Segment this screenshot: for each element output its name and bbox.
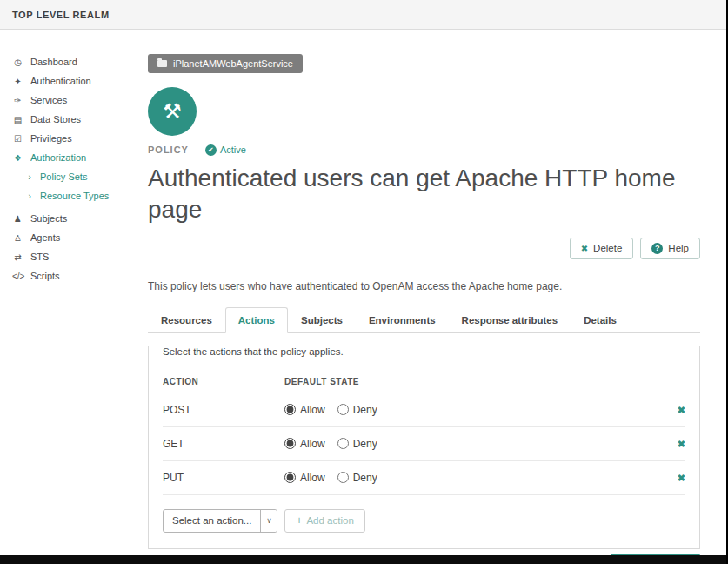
divider [197,144,197,156]
allow-radio[interactable] [284,404,296,415]
column-header-action: ACTION [163,371,284,393]
sidebar-item-label: Authentication [30,76,91,86]
main-content: iPlanetAMWebAgentService ⚒ POLICY ✔ Acti… [132,30,726,555]
tab-details[interactable]: Details [571,307,630,333]
table-row: PUT Allow Deny [163,460,685,494]
allow-radio[interactable] [284,438,296,449]
deny-radio[interactable] [337,404,349,415]
sidebar-item-label: Privileges [30,133,72,144]
help-button[interactable]: ? Help [640,238,700,259]
chevron-down-icon: ∨ [260,510,277,532]
policy-description: This policy lets users who have authenti… [148,280,700,292]
realm-header-bar: TOP LEVEL REALM [0,0,726,30]
database-icon: ▤ [12,115,23,124]
tab-environments[interactable]: Environments [356,307,449,333]
status-label: Active [220,144,246,155]
sidebar-item-dashboard[interactable]: ◷ Dashboard [0,52,132,71]
delete-button-label: Delete [593,243,622,253]
help-icon: ? [651,243,663,254]
sidebar-item-label: Data Stores [30,114,81,124]
actions-table: ACTION DEFAULT STATE POST [163,371,685,495]
sidebar-item-label: Dashboard [30,57,77,67]
tab-bar: Resources Actions Subjects Environments … [148,307,700,333]
checkbox-icon: ☑ [12,134,23,144]
sidebar-item-label: Policy Sets [40,171,87,182]
policy-type-label: POLICY [148,144,189,155]
sidebar-item-scripts[interactable]: </> Scripts [0,266,132,285]
dashboard-icon: ◷ [12,57,23,67]
sidebar: ◷ Dashboard ✦ Authentication ✑ Services … [0,30,132,555]
add-action-button[interactable]: + Add action [284,509,364,533]
breadcrumb-label: iPlanetAMWebAgentService [173,58,293,69]
action-name: PUT [163,460,284,494]
help-button-label: Help [668,243,689,253]
key-icon: ✦ [12,77,23,86]
action-select[interactable]: Select an action... ∨ [163,509,277,533]
sidebar-item-sts[interactable]: ⇄ STS [0,247,132,266]
sidebar-item-label: Scripts [30,271,60,281]
plus-icon: + [296,514,302,527]
code-icon: </> [12,272,23,281]
deny-radio-label[interactable]: Deny [337,438,377,450]
exchange-icon: ⇄ [12,252,23,262]
sidebar-item-privileges[interactable]: ☑ Privileges [0,129,132,148]
app-window: TOP LEVEL REALM ◷ Dashboard ✦ Authentica… [0,0,728,564]
table-row: GET Allow Deny [163,426,685,460]
column-header-default-state: DEFAULT STATE [284,371,665,393]
page-title: Authenticated users can get Apache HTTP … [148,163,700,225]
sidebar-item-policy-sets[interactable]: › Policy Sets [0,167,132,186]
users-icon: ♟ [12,214,23,224]
chevron-right-icon: › [26,171,33,182]
authorization-icon: ❖ [12,153,23,163]
sidebar-item-subjects[interactable]: ♟ Subjects [0,209,132,228]
table-row: POST Allow Deny [163,393,685,426]
action-name: POST [163,393,284,426]
remove-action-icon[interactable]: ✖ [678,439,685,449]
delete-x-icon: ✖ [581,244,588,253]
allow-radio-label[interactable]: Allow [284,404,325,416]
agent-icon: ♙ [12,233,23,243]
sidebar-item-label: Resource Types [40,191,109,201]
actions-panel: Select the actions that the policy appli… [148,346,700,549]
add-action-row: Select an action... ∨ + Add action [163,495,685,548]
status-badge: ✔ Active [205,144,246,156]
sidebar-item-label: Authorization [30,152,86,163]
services-icon: ✑ [12,96,23,105]
add-action-label: Add action [306,515,353,526]
policy-avatar: ⚒ [148,87,197,136]
sidebar-item-agents[interactable]: ♙ Agents [0,228,132,247]
deny-radio[interactable] [337,438,349,449]
sidebar-item-label: Subjects [30,213,67,224]
bottom-bar [0,555,726,564]
sidebar-item-authorization[interactable]: ❖ Authorization [0,148,132,167]
allow-radio[interactable] [284,472,296,483]
remove-action-icon[interactable]: ✖ [678,405,685,415]
gavel-icon: ⚒ [163,99,182,124]
tab-resources[interactable]: Resources [148,307,225,333]
tab-response-attributes[interactable]: Response attributes [449,307,571,333]
sidebar-item-services[interactable]: ✑ Services [0,91,132,110]
tab-actions[interactable]: Actions [225,307,288,333]
sidebar-item-data-stores[interactable]: ▤ Data Stores [0,110,132,129]
deny-radio[interactable] [337,472,349,483]
sidebar-item-resource-types[interactable]: › Resource Types [0,186,132,205]
toolbar: ✖ Delete ? Help [148,238,700,259]
sidebar-item-label: STS [30,252,49,262]
chevron-right-icon: › [26,191,33,201]
deny-radio-label[interactable]: Deny [337,472,377,484]
delete-button[interactable]: ✖ Delete [570,238,634,259]
check-circle-icon: ✔ [205,144,217,156]
breadcrumb[interactable]: iPlanetAMWebAgentService [148,54,303,73]
panel-instruction: Select the actions that the policy appli… [163,346,685,357]
remove-action-icon[interactable]: ✖ [678,473,685,483]
deny-radio-label[interactable]: Deny [337,404,377,416]
allow-radio-label[interactable]: Allow [284,472,325,484]
policy-type-row: POLICY ✔ Active [148,144,700,156]
realm-title: TOP LEVEL REALM [12,10,110,20]
sidebar-item-label: Agents [30,232,60,243]
action-select-value: Select an action... [164,510,260,532]
allow-radio-label[interactable]: Allow [284,438,325,450]
tab-subjects[interactable]: Subjects [288,307,356,333]
sidebar-item-authentication[interactable]: ✦ Authentication [0,71,132,91]
action-name: GET [163,426,284,460]
